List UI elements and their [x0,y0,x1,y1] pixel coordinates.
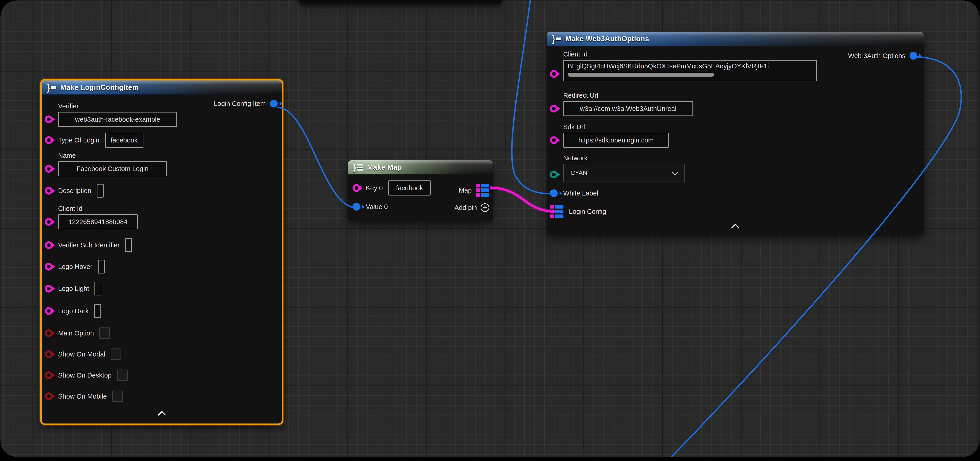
network-select[interactable]: CYAN [563,164,685,182]
show-on-mobile-checkbox[interactable] [112,391,123,402]
pin-row-login-config: Login Config [550,204,606,219]
make-struct-icon: } [552,34,562,43]
output-row-web3auth-options: Web 3Auth Options [848,52,917,60]
node-header[interactable]: } Make Web3AuthOptions [547,32,924,46]
node-offscreen-top[interactable] [299,0,502,4]
horizontal-scrollbar[interactable] [568,73,714,76]
pin-logo-light[interactable] [45,285,52,292]
node-title: Make Web3AuthOptions [565,35,649,43]
pin-row-sdk-url: Sdk Url https://sdk.openlogin.com [550,123,669,148]
pin-show-on-desktop[interactable] [45,371,52,379]
logo-light-input[interactable] [94,282,101,296]
pin-logo-dark[interactable] [45,307,52,315]
pin-network[interactable] [550,170,558,178]
output-pin-login-config-item[interactable] [270,100,278,108]
pin-label: Verifier [58,102,177,110]
collapse-node-button[interactable] [157,411,166,417]
logo-dark-input[interactable] [94,304,101,318]
pin-row-name: Name Facebook Custom Login [45,152,167,176]
pin-show-on-mobile[interactable] [45,393,52,400]
circle-plus-icon [480,203,489,212]
pin-row-client-id: Client Id 1222658941886084 [45,205,138,229]
pin-row-client-id: Client Id BEglQSgt4cUWcj6SKRdu5QkOXTsePm… [550,51,817,81]
pin-row-key0: Key 0 facebook [353,180,431,196]
pin-row-logo-hover: Logo Hover [45,260,105,273]
make-struct-icon: } [47,83,56,92]
pin-row-logo-dark: Logo Dark [45,304,101,318]
pin-row-logo-light: Logo Light [45,282,101,296]
wire-loginconfigitem-to-value0[interactable] [277,107,357,208]
sdk-url-input[interactable]: https://sdk.openlogin.com [563,133,669,148]
pin-row-show-on-desktop: Show On Desktop [45,370,128,381]
pin-description[interactable] [45,187,52,195]
node-make-web3authoptions[interactable]: } Make Web3AuthOptions Web 3Auth Options… [547,32,924,235]
node-make-map[interactable]: } Make Map Key 0 facebook Map Value 0 Ad… [348,160,493,221]
pin-row-value0: Value 0 [353,203,388,211]
pin-name[interactable] [45,165,52,173]
pin-row-redirect-url: Redirect Url w3a://com.w3a.Web3AuthUnrea… [550,92,693,116]
node-title: Make LoginConfigItem [60,83,138,92]
name-input[interactable]: Facebook Custom Login [58,161,167,176]
pin-row-type-of-login: Type Of Login facebook [45,133,143,148]
pin-client-id[interactable] [45,218,52,226]
output-pin-map[interactable] [476,184,489,197]
pin-type-of-login[interactable] [45,136,52,144]
output-row-map: Map [459,184,489,197]
pin-verifier[interactable] [45,116,52,123]
pin-row-show-on-modal: Show On Modal [45,348,121,360]
show-on-modal-checkbox[interactable] [111,348,121,360]
output-pin-label: Login Config Item [214,100,266,108]
node-title: Make Map [367,163,402,172]
key0-input[interactable]: facebook [388,180,431,196]
pin-row-description: Description [45,184,103,197]
client-id-input[interactable]: 1222658941886084 [58,214,138,229]
node-header[interactable]: } Make Map [348,160,493,175]
client-id-input[interactable]: BEglQSgt4cUWcj6SKRdu5QkOXTsePmMcusG5EAoy… [563,60,817,81]
description-input[interactable] [97,184,103,197]
logo-hover-input[interactable] [98,260,105,273]
node-header[interactable]: } Make LoginConfigItem [41,81,282,95]
pin-row-white-label: White Label [550,187,598,200]
pin-client-id[interactable] [550,70,558,78]
wire-map-to-loginconfig[interactable] [490,188,555,211]
pin-redirect-url[interactable] [550,105,558,113]
add-pin-button[interactable]: Add pin [455,203,489,212]
output-row-login-config-item: Login Config Item [214,100,278,108]
type-of-login-input[interactable]: facebook [105,133,143,148]
pin-row-show-on-mobile: Show On Mobile [45,391,123,402]
redirect-url-input[interactable]: w3a://com.w3a.Web3AuthUnreal [563,101,693,116]
show-on-desktop-checkbox[interactable] [117,370,128,381]
output-pin-web3auth-options[interactable] [910,52,917,60]
pin-logo-hover[interactable] [45,263,52,270]
pin-row-verifier-sub-identifier: Verifier Sub Identifier [45,238,132,252]
main-option-checkbox[interactable] [99,327,110,339]
verifier-input[interactable]: web3auth-facebook-example [58,112,177,127]
blueprint-graph-viewport[interactable]: } Make LoginConfigItem Login Config Item… [0,0,980,457]
pin-row-network: Network CYAN [550,154,685,182]
pin-sdk-url[interactable] [550,136,558,144]
pin-verifier-sub-identifier[interactable] [45,241,52,249]
node-make-loginconfigitem[interactable]: } Make LoginConfigItem Login Config Item… [41,81,282,423]
verifier-sub-identifier-input[interactable] [125,238,132,252]
pin-main-option[interactable] [45,329,52,337]
pin-row-verifier: Verifier web3auth-facebook-example [45,102,177,127]
pin-row-main-option: Main Option [45,327,110,339]
pin-value0[interactable] [353,203,360,211]
pin-key0[interactable] [353,184,360,192]
collapse-node-button[interactable] [731,223,740,230]
make-map-icon: } [353,163,363,172]
chevron-down-icon [671,168,678,175]
pin-show-on-modal[interactable] [45,350,52,358]
